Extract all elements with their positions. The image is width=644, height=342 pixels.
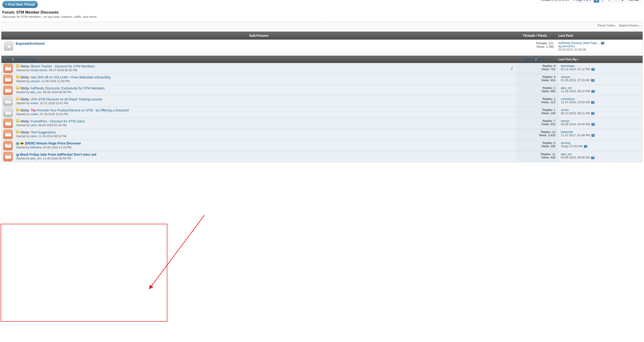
thread-started-by: Started by vortex, 07-29-2018 10:24 PM	[16, 113, 514, 116]
sticky-note-icon	[16, 119, 20, 122]
caret-down-icon: ▾	[614, 25, 615, 27]
last-post-title-link[interactable]: AdPlexity Desktop [Web Pops...	[558, 41, 599, 45]
sticky-note-icon	[16, 64, 20, 67]
page-next[interactable]: ▶	[620, 0, 626, 3]
pager: ▾ Page 1 of 4 1 2 3 ... ▶ Last ▶▶	[571, 0, 641, 3]
page-dropdown[interactable]: ▾ Page 1 of 4	[571, 0, 593, 3]
thread-starter-link[interactable]: vortex	[30, 102, 38, 105]
envelope-new-icon	[3, 130, 12, 139]
last-post-user-link[interactable]: donvng	[561, 141, 570, 145]
sticky-note-icon	[16, 130, 20, 133]
subforums-header: Sub-Forums Threads / Posts Last Post	[2, 32, 642, 40]
sticky-label: Sticky:	[20, 64, 31, 68]
thread-row: Sticky: Binom Tracker - Discount for STM…	[2, 63, 642, 74]
sort-desc-icon: ▾	[577, 59, 578, 61]
tip-prefix: Tip	[31, 108, 37, 112]
go-to-post-icon[interactable]	[591, 79, 594, 82]
last-post-user-link[interactable]: heavyt	[561, 119, 570, 123]
thread-starter-link[interactable]: zeno	[30, 135, 36, 138]
envelope-new-icon	[3, 75, 12, 84]
col-last-post-by[interactable]: Last Post By▾	[556, 58, 640, 61]
go-to-post-icon[interactable]	[592, 123, 595, 126]
envelope-new-icon	[3, 152, 12, 161]
thread-starter-link[interactable]: zeno	[30, 124, 36, 127]
subforum-stats: Threads: 121 Posts: 1,760	[514, 41, 556, 49]
thread-row: Sticky: Tip Promote Your Product/Service…	[2, 107, 642, 118]
thread-last-post: blueturtle11-01-2017, 01:48 PM	[558, 129, 642, 140]
go-to-post-icon[interactable]	[592, 134, 595, 137]
col-replies-views[interactable]: Replies / Views	[514, 58, 556, 61]
last-post-user-link[interactable]: johner911	[562, 45, 575, 48]
subforum-row: Expired/Archived Threads: 121 Posts: 1,7…	[2, 40, 642, 53]
thread-title-link[interactable]: AdPlexity Discounts: Exclusively for STM…	[30, 86, 105, 90]
thread-starter-link[interactable]: voluum	[30, 80, 40, 83]
thread-title-link[interactable]: [NEW] Voluum Huge Price Decrease	[25, 141, 81, 145]
thread-starter-link[interactable]: alex_om	[30, 91, 41, 94]
thread-title-link[interactable]: Tool Suggestions	[31, 130, 56, 134]
last-post-user-link[interactable]: alex_om	[561, 153, 572, 156]
last-post-user-link[interactable]: voluum	[561, 75, 570, 79]
thread-starter-link[interactable]: vortex	[30, 113, 38, 116]
thread-stats: Replies: 7Views: 532	[516, 118, 558, 129]
thread-started-by: Started by zeno, 11-16-2014 08:52 PM	[16, 135, 514, 138]
thread-title-link[interactable]: 25% STM Discount on all iStack Training …	[31, 97, 102, 101]
dot-icon	[16, 142, 19, 145]
go-to-post-icon[interactable]	[591, 101, 594, 104]
thread-starter-link[interactable]: Mobidea	[30, 146, 41, 149]
go-to-post-icon[interactable]	[584, 145, 587, 148]
last-post-user-link[interactable]: alex_om	[561, 86, 572, 90]
thread-last-post: alex_om11-18-2018, 05:24 PM	[558, 85, 642, 96]
thread-stats: Replies: 13Views: 3,420	[516, 129, 558, 140]
page-last[interactable]: Last ▶▶	[627, 0, 641, 3]
thread-title-link[interactable]: Get 25% off on VOLUUM + Free dedicated o…	[31, 75, 110, 79]
thread-row: Sticky: Get 25% off on VOLUUM + Free ded…	[2, 74, 642, 85]
thread-title-link[interactable]: Black Friday Sale From AdPlexity! Don't …	[20, 153, 96, 156]
thread-stats: Replies: 1Views: 140	[516, 107, 558, 118]
thread-stats: Replies: 5Views: 205	[516, 140, 558, 151]
last-post-user-link[interactable]: vortex	[561, 108, 569, 112]
col-title[interactable]: Title / Thread Starter	[4, 58, 514, 61]
last-post-user-link[interactable]: cosmeivan	[561, 97, 575, 101]
thread-stats: Replies: 11Views: 426	[516, 151, 558, 162]
page-ellipsis[interactable]: ...	[613, 0, 619, 3]
go-to-post-icon[interactable]	[592, 68, 595, 71]
thread-started-by: Started by voluum, 11-06-2018 12:03 PM	[16, 80, 514, 83]
thread-starter-link[interactable]: alex_om	[30, 157, 41, 160]
go-to-post-icon[interactable]	[601, 42, 604, 45]
thread-count: Threads 1 to 20 of 65	[540, 0, 569, 2]
thread-last-post: vortex08-13-2018, 09:11 AM	[558, 107, 642, 118]
page-2[interactable]: 2	[600, 0, 606, 3]
forum-tools-dropdown[interactable]: Forum Tools▾	[598, 24, 615, 27]
arrow-right-icon: ▶	[622, 0, 624, 1]
go-to-post-icon[interactable]	[592, 90, 595, 93]
forum-prefix: Forum:	[2, 10, 15, 14]
subforum-title-link[interactable]: Expired/Archived	[16, 41, 44, 45]
sticky-label: Sticky:	[20, 75, 31, 79]
page-3[interactable]: 3	[606, 0, 612, 3]
page-1[interactable]: 1	[594, 0, 599, 3]
sticky-label: Sticky:	[20, 108, 31, 112]
thread-started-by: Started by Mobidea, 03-05-2019 12:15 PM	[16, 146, 514, 149]
thread-stats: Replies: 9Views: 741	[516, 63, 558, 74]
thread-last-post: beirutbaba02-12-2019, 01:12 PM	[558, 63, 642, 74]
go-to-post-icon[interactable]	[591, 112, 594, 115]
forum-toolbox: Forum Tools▾ Search Forum▾	[2, 22, 642, 29]
thread-title-link[interactable]: FunnelFlux - Discount for STM Users	[31, 119, 84, 123]
thread-starter-link[interactable]: roman binom	[30, 69, 47, 72]
go-to-post-icon[interactable]	[591, 156, 594, 159]
thread-row: Sticky: 25% STM Discount on all iStack T…	[2, 96, 642, 107]
thread-title-link[interactable]: Promote Your Product/Service on STM - by…	[37, 108, 129, 112]
last-post-user-link[interactable]: beirutbaba	[561, 64, 574, 68]
col-threads-posts: Threads / Posts	[514, 34, 556, 38]
thread-started-by: Started by zeno, 08-04-2018 01:16 PM	[16, 124, 514, 127]
thread-stats: Replies: 2Views: 122	[516, 96, 558, 107]
thread-title-link[interactable]: Binom Tracker - Discount for STM Members	[31, 64, 95, 68]
subforum-last-post: AdPlexity Desktop [Web Pops... by johner…	[556, 41, 640, 51]
search-forum-dropdown[interactable]: Search Forum▾	[619, 24, 639, 27]
last-post-user-link[interactable]: blueturtle	[561, 130, 573, 134]
envelope-new-icon	[3, 86, 12, 95]
col-subforums: Sub-Forums	[4, 34, 514, 38]
post-new-thread-button[interactable]: + Post New Thread	[2, 1, 38, 8]
caret-down-icon: ▾	[638, 25, 639, 27]
thread-row: Sticky: AdPlexity Discounts: Exclusively…	[2, 85, 642, 96]
